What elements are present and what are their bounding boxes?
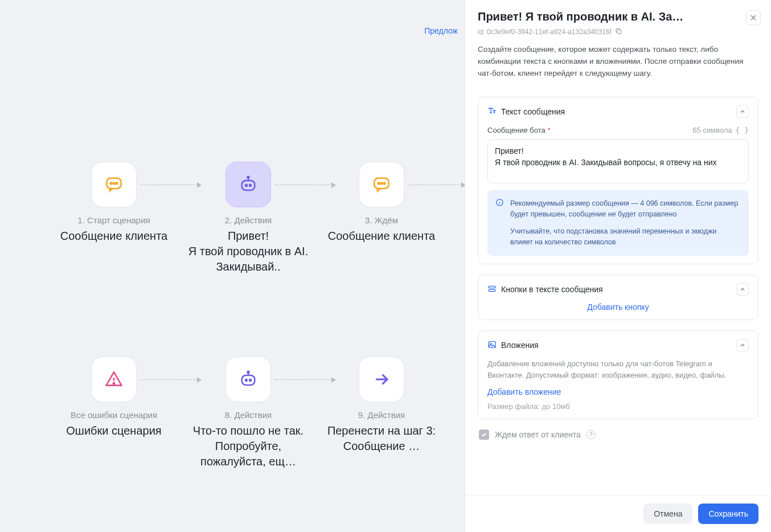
node-action-9[interactable]: 9. Действия Перенести на шаг 3: Сообщени… xyxy=(319,357,444,454)
svg-point-15 xyxy=(249,379,251,381)
file-size-hint: Размер файла: до 10мб xyxy=(487,402,749,411)
node-step-label: 3. Ждём xyxy=(319,215,444,225)
svg-point-9 xyxy=(378,183,380,185)
attachments-section-card: Вложения Добавление вложений доступно то… xyxy=(478,330,758,419)
section-header: Кнопки в тексте сообщения xyxy=(501,285,603,294)
add-attachment-link[interactable]: Добавить вложение xyxy=(487,387,749,396)
node-title: Привет! Я твой проводник в AI. Закидывай… xyxy=(186,228,311,275)
panel-title: Привет! Я твой проводник в AI. За… xyxy=(478,10,758,23)
node-action-2[interactable]: 2. Действия Привет! Я твой проводник в A… xyxy=(186,162,311,275)
node-step-label: Все ошибки сценария xyxy=(51,410,177,420)
info-icon xyxy=(495,198,504,210)
svg-point-2 xyxy=(113,183,115,185)
collapse-button[interactable] xyxy=(736,339,749,351)
svg-point-3 xyxy=(116,183,118,185)
node-wait-3[interactable]: 3. Ждём Сообщение клиента xyxy=(319,162,444,244)
char-count: 65 символа xyxy=(692,126,732,134)
buttons-section-card: Кнопки в тексте сообщения Добавить кнопк… xyxy=(478,275,758,320)
node-title: Ошибки сценария xyxy=(51,423,177,439)
svg-point-14 xyxy=(245,379,247,381)
svg-point-5 xyxy=(245,185,247,186)
field-label: Сообщение бота xyxy=(487,126,546,134)
svg-rect-17 xyxy=(617,30,621,34)
warning-icon xyxy=(91,357,137,402)
collapse-button[interactable] xyxy=(736,105,749,118)
node-title: Что-то пошло не так. Попробуйте, пожалуй… xyxy=(186,423,311,469)
node-title: Сообщение клиента xyxy=(51,228,177,244)
message-textarea[interactable]: Привет! Я твой проводник в AI. Закидывай… xyxy=(487,139,749,183)
suggest-link[interactable]: Предлож xyxy=(424,26,458,35)
svg-point-1 xyxy=(110,183,112,185)
buttons-icon xyxy=(487,284,497,295)
section-header: Текст сообщения xyxy=(501,107,565,116)
info-text-2: Учитывайте, что подстановка значений пер… xyxy=(510,226,741,248)
chat-bubble-icon xyxy=(91,162,137,207)
node-title: Перенести на шаг 3: Сообщение … xyxy=(319,423,444,454)
variables-icon[interactable]: { } xyxy=(736,126,749,134)
svg-rect-19 xyxy=(489,286,495,288)
node-step-label: 1. Старт сценария xyxy=(51,215,177,225)
cancel-button[interactable]: Отмена xyxy=(643,504,692,524)
node-step-label: 8. Действия xyxy=(186,410,311,420)
collapse-button[interactable] xyxy=(736,283,749,296)
node-step-label: 9. Действия xyxy=(319,410,444,420)
bot-icon xyxy=(225,357,271,402)
save-button[interactable]: Сохранить xyxy=(698,504,758,524)
svg-point-16 xyxy=(248,371,249,373)
svg-point-6 xyxy=(249,185,251,186)
panel-description: Создайте сообщение, которое может содерж… xyxy=(478,44,758,80)
panel-id: id: 0c3e9ef0-3942-11ef-a924-a132a340316f xyxy=(478,28,612,36)
info-note: Рекомендуемый размер сообщения — 4 096 с… xyxy=(487,190,749,256)
text-section-card: Текст сообщения Сообщение бота * 65 симв… xyxy=(478,97,758,265)
svg-point-11 xyxy=(384,183,386,185)
panel-footer: Отмена Сохранить xyxy=(465,495,771,532)
image-icon xyxy=(487,340,497,351)
section-header: Вложения xyxy=(501,341,539,350)
text-icon xyxy=(487,106,497,117)
info-text-1: Рекомендуемый размер сообщения — 4 096 с… xyxy=(510,198,741,220)
attachments-description: Добавление вложений доступно только для … xyxy=(487,358,749,380)
flow-canvas[interactable]: Предлож 1. Старт сценария Сообщение клие… xyxy=(0,0,465,532)
copy-icon[interactable] xyxy=(615,27,622,37)
svg-rect-4 xyxy=(242,181,255,190)
wait-label: Ждем ответ от клиента xyxy=(495,430,581,439)
svg-point-10 xyxy=(381,183,383,185)
chat-bubble-icon xyxy=(359,162,404,207)
node-action-8[interactable]: 8. Действия Что-то пошло не так. Попробу… xyxy=(186,357,311,469)
node-start[interactable]: 1. Старт сценария Сообщение клиента xyxy=(51,162,177,244)
svg-point-7 xyxy=(248,177,249,178)
node-errors[interactable]: Все ошибки сценария Ошибки сценария xyxy=(51,357,177,439)
node-step-label: 2. Действия xyxy=(186,215,311,225)
node-title: Сообщение клиента xyxy=(319,228,444,244)
svg-rect-13 xyxy=(242,375,255,385)
flow-arrow xyxy=(408,185,465,186)
side-panel: Привет! Я твой проводник в AI. За… id: 0… xyxy=(465,0,771,532)
wait-checkbox[interactable] xyxy=(479,429,489,440)
svg-rect-20 xyxy=(489,289,495,291)
close-button[interactable] xyxy=(746,10,761,25)
help-icon[interactable]: ? xyxy=(587,430,596,439)
bot-icon xyxy=(225,162,271,207)
add-button-link[interactable]: Добавить кнопку xyxy=(487,302,749,312)
arrow-right-icon xyxy=(359,357,404,402)
svg-point-12 xyxy=(113,383,115,384)
